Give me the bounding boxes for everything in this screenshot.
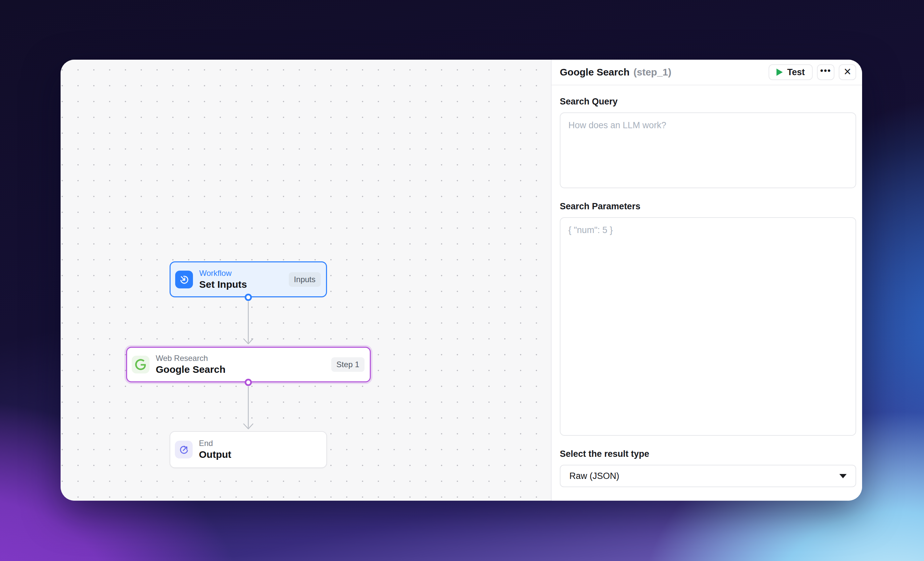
- test-button[interactable]: Test: [769, 64, 813, 80]
- panel-step-id: (step_1): [633, 66, 671, 78]
- close-panel-button[interactable]: ×: [839, 64, 856, 80]
- workflow-canvas[interactable]: Workflow Set Inputs Inputs Web Research …: [61, 60, 551, 501]
- panel-header: Google Search (step_1) Test ••• ×: [552, 60, 862, 86]
- node-category: End: [199, 439, 231, 448]
- close-icon: ×: [844, 65, 851, 78]
- node-set-inputs[interactable]: Workflow Set Inputs Inputs: [170, 262, 327, 297]
- node-google-search[interactable]: Web Research Google Search Step 1: [126, 347, 371, 382]
- connection-handle-google-search[interactable]: [244, 379, 252, 386]
- app-window: Workflow Set Inputs Inputs Web Research …: [61, 60, 862, 501]
- node-title: Output: [199, 449, 231, 460]
- search-parameters-input[interactable]: [560, 217, 856, 436]
- arrow-out-circle-icon: [175, 441, 193, 459]
- more-options-button[interactable]: •••: [817, 64, 834, 80]
- node-title: Set Inputs: [199, 279, 247, 290]
- caret-down-icon: [839, 474, 847, 478]
- step-config-panel: Google Search (step_1) Test ••• × Search…: [551, 60, 862, 501]
- node-category: Web Research: [156, 353, 226, 363]
- node-badge-step: Step 1: [331, 357, 364, 372]
- arrow-into-circle-icon: [175, 271, 193, 289]
- result-type-value: Raw (JSON): [569, 471, 620, 481]
- search-query-label: Search Query: [560, 96, 856, 107]
- header-actions: Test ••• ×: [769, 64, 856, 80]
- search-query-input[interactable]: [560, 113, 856, 188]
- test-button-label: Test: [787, 67, 805, 77]
- node-output[interactable]: End Output: [170, 431, 327, 468]
- google-g-icon: [132, 356, 150, 373]
- result-type-select[interactable]: Raw (JSON): [560, 465, 856, 487]
- panel-body: Search Query Search Parameters Select th…: [552, 86, 862, 487]
- search-parameters-label: Search Parameters: [560, 202, 856, 212]
- node-title: Google Search: [156, 364, 226, 375]
- more-icon: •••: [820, 66, 831, 78]
- play-icon: [777, 69, 783, 76]
- panel-title: Google Search: [560, 66, 630, 78]
- connection-handle-set-inputs[interactable]: [244, 294, 252, 301]
- node-badge-inputs: Inputs: [289, 272, 321, 287]
- node-category: Workflow: [199, 269, 247, 278]
- result-type-label: Select the result type: [560, 449, 856, 459]
